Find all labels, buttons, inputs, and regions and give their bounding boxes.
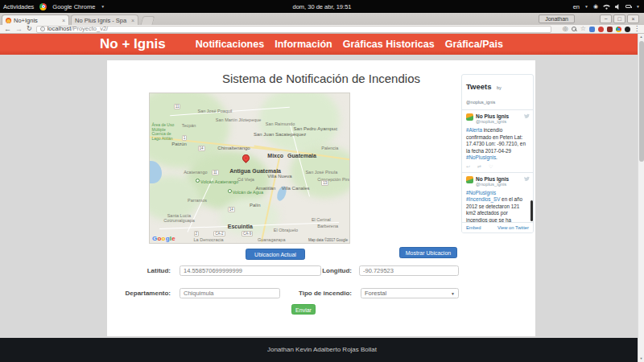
main-card: Sistema de Notificación de Incendios San…	[107, 60, 535, 336]
map-label: El Cerinal	[312, 217, 331, 222]
activities-button[interactable]: Actividades	[3, 3, 34, 10]
tweet: No Plus Ignis@noplus_ignis#Alerta incend…	[462, 110, 533, 173]
close-tab-icon[interactable]: ×	[131, 18, 134, 23]
selected-option: Forestal	[365, 290, 386, 297]
tab-title: No+Ignis	[14, 17, 60, 24]
road-badge: 14	[198, 146, 205, 151]
chevron-down-icon: ▼	[101, 4, 105, 9]
extension-icon-capture[interactable]	[607, 27, 613, 32]
forward-button[interactable]: →	[15, 26, 23, 33]
profile-name-button[interactable]: Jonathan	[539, 14, 575, 23]
longitud-input[interactable]	[359, 265, 459, 276]
tweet-hashtag-link[interactable]: #NoPlusIgnis	[466, 190, 496, 195]
like-icon[interactable]: ♡	[489, 164, 493, 169]
longitud-label: Longitud:	[292, 265, 352, 276]
enviar-button[interactable]: Enviar	[291, 304, 316, 315]
cast-icon[interactable]: ◎	[563, 26, 568, 32]
reply-icon[interactable]: ↩	[466, 164, 470, 169]
scroll-up-icon[interactable]: ▲	[638, 34, 644, 40]
chrome-app-icon	[39, 3, 47, 10]
road-badge: CA-2	[213, 231, 225, 237]
fire-favicon-icon	[6, 18, 11, 23]
keyboard-layout-indicator[interactable]: en	[573, 3, 580, 10]
browser-menu-icon[interactable]: ⋮	[634, 26, 640, 32]
reload-button[interactable]: ↻	[27, 26, 32, 32]
extension-icon-adblock[interactable]	[598, 27, 604, 32]
map-label: Guanagazapa	[258, 237, 286, 242]
google-map[interactable]: San José PoaquilSan Martín JilotepequeSa…	[149, 93, 350, 244]
road-badge: 13	[321, 180, 328, 186]
twitter-widget-footer: Embed View on Twitter	[462, 222, 533, 232]
map-label: Guatemala	[287, 153, 316, 159]
nav-link-0[interactable]: Notificaciones	[196, 39, 264, 50]
scrollbar-thumb[interactable]	[639, 41, 644, 162]
view-on-twitter-link[interactable]: View on Twitter	[497, 225, 529, 230]
map-attribution: Map data ©2017 Google	[308, 238, 348, 242]
nav-link-3[interactable]: Gráfica/Pais	[445, 39, 503, 50]
map-label: Palencia	[321, 146, 338, 150]
map-label: Volcán Acatenango	[196, 179, 238, 184]
road-badge: 14	[228, 207, 235, 212]
wifi-icon	[603, 4, 610, 10]
scroll-down-icon[interactable]: ▼	[638, 356, 644, 362]
app-menu[interactable]: Google Chrome	[52, 3, 95, 10]
map-label: Acatenango	[184, 170, 207, 175]
tipo-incendio-select[interactable]: Forestal ▼	[361, 288, 459, 298]
tweet-list[interactable]: No Plus Ignis@noplus_ignis#Alerta incend…	[462, 110, 533, 233]
tipo-incendio-label: Tipo de incendio:	[292, 288, 352, 298]
tweet-handle[interactable]: @noplus_ignis	[476, 119, 509, 125]
system-menu-chevron-icon[interactable]: ▼	[636, 4, 640, 9]
tweet-hashtag-link[interactable]: #NoPlusIgnis	[466, 154, 496, 160]
tab-no-plus-ignis-spark[interactable]: No Plus Ignis - Spa ×	[71, 14, 138, 25]
map-label: San José Poaquil	[198, 109, 233, 113]
road-badge: 11	[212, 170, 219, 175]
tweet-hashtag-link[interactable]: #Alerta	[466, 127, 482, 133]
nav-link-2[interactable]: Gráficas Historicas	[343, 39, 435, 50]
map-label: Villa Canales	[282, 186, 310, 191]
back-button[interactable]: ←	[4, 26, 11, 33]
map-label: San José Pinula	[305, 170, 337, 175]
brand-link[interactable]: No + Ignis	[100, 36, 166, 52]
close-window-button[interactable]: ×	[627, 14, 639, 23]
mostrar-ubicacion-button[interactable]: Mostrar Ubicacion	[399, 247, 457, 258]
extension-icon-chrome[interactable]	[616, 27, 621, 32]
maximize-button[interactable]: □	[613, 14, 625, 23]
nav-link-1[interactable]: Información	[275, 39, 332, 50]
ubicacion-actual-button[interactable]: Ubicacion Actual	[246, 249, 305, 260]
departamento-input[interactable]	[180, 288, 280, 298]
retweet-icon[interactable]: ⇄	[477, 164, 481, 169]
twitter-timeline-widget: Tweets by @noplus_ignis No Plus Ignis@no…	[461, 74, 534, 233]
minimize-button[interactable]: −	[600, 14, 612, 23]
tweet-author[interactable]: No Plus Ignis	[476, 176, 509, 182]
extension-icon-dark[interactable]	[625, 27, 630, 32]
tab-title: No Plus Ignis - Spa	[75, 17, 129, 24]
map-label: Escuintla	[228, 224, 253, 230]
tweet-handle[interactable]: @noplus_ignis	[476, 182, 509, 187]
browser-toolbar: ← → ↻ i localhost/Proyecto_v2/ ◎ ☆ ⋮	[0, 25, 644, 34]
tweet-hashtag-link[interactable]: #Incendios_SV	[466, 196, 500, 202]
tweet-author[interactable]: No Plus Ignis	[476, 113, 509, 119]
site-footer: Jonathan Kevin Adalberto Rojas Bollat	[0, 338, 644, 362]
departamento-label: Departamento:	[114, 288, 171, 298]
page-info-icon[interactable]: i	[40, 27, 45, 31]
twitter-scrollbar[interactable]	[530, 200, 533, 221]
map-label: San Juan Sacatepéquez	[254, 132, 306, 138]
twitter-widget-header: Tweets by @noplus_ignis	[462, 75, 533, 110]
tab-no-ignis[interactable]: No+Ignis ×	[2, 14, 69, 25]
tweet-avatar[interactable]	[466, 176, 473, 183]
close-tab-icon[interactable]: ×	[62, 18, 65, 23]
browser-scrollbar[interactable]: ▲ ▼	[638, 34, 644, 362]
map-label: San Raimundo	[266, 121, 295, 126]
extension-icon-docs[interactable]	[589, 27, 595, 32]
map-label: Mixco	[267, 153, 283, 159]
map-label: Palín	[250, 203, 261, 208]
new-tab-button[interactable]	[141, 16, 155, 25]
road-badge: 11	[174, 104, 181, 109]
address-bar[interactable]: i localhost/Proyecto_v2/	[36, 26, 551, 33]
tweet-avatar[interactable]	[466, 113, 473, 121]
bookmark-star-icon[interactable]: ☆	[580, 26, 586, 32]
embed-link[interactable]: Embed	[466, 225, 481, 230]
map-label: El Obrajuelo	[274, 228, 298, 232]
system-top-bar: Actividades Google Chrome ▼ dom, 30 de a…	[0, 0, 644, 13]
zoom-search-icon[interactable]	[572, 27, 577, 32]
